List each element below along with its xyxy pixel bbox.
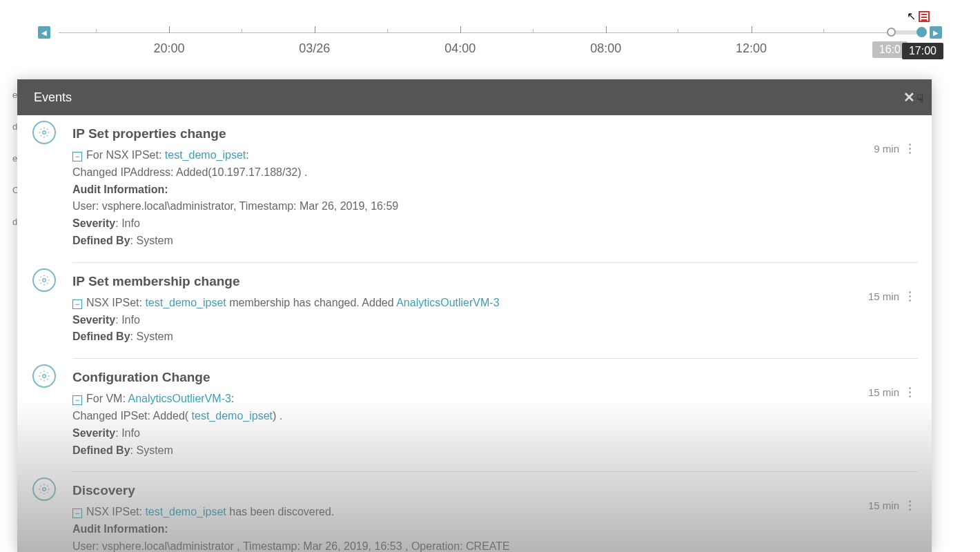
event-severity: Severity: Info — [72, 312, 856, 329]
collapse-icon[interactable]: − — [72, 395, 82, 405]
event-title: IP Set properties change — [72, 126, 856, 141]
svg-point-3 — [43, 488, 46, 491]
event-age: 15 min — [868, 290, 899, 302]
timeline-tick-label: 12:00 — [736, 41, 767, 56]
event-audit-text: User: vsphere.local\administrator, Times… — [72, 198, 856, 215]
close-icon[interactable]: ✕ — [903, 89, 915, 106]
event-defined-by: Defined By: System — [72, 442, 856, 460]
entity-link[interactable]: AnalyticsOutlierVM-3 — [128, 393, 231, 404]
event-title: IP Set membership change — [72, 274, 856, 289]
event-detail-line: −For VM: AnalyticsOutlierVM-3: — [72, 391, 856, 408]
timeline-track[interactable] — [59, 32, 921, 33]
timeline[interactable]: ◀ ▶ 20:00 03/26 04:00 08:00 12:00 16:0 1… — [38, 21, 942, 69]
event-detail-line: Changed IPSet: Added( test_demo_ipset) . — [72, 408, 856, 425]
more-menu-icon[interactable] — [909, 500, 911, 511]
timeline-tick-label: 08:00 — [590, 41, 621, 56]
events-panel: Events ✕ ☟ IP Set properties change −For… — [17, 79, 932, 552]
event-age: 15 min — [868, 500, 899, 511]
events-list[interactable]: IP Set properties change −For NSX IPSet:… — [17, 115, 932, 552]
entity-link[interactable]: test_demo_ipset — [145, 506, 226, 518]
event-item: IP Set membership change −NSX IPSet: tes… — [72, 263, 918, 359]
panel-header: Events ✕ ☟ — [17, 79, 932, 115]
cursor-icon: ↖ — [907, 10, 916, 23]
event-age: 9 min — [874, 143, 899, 155]
timeline-tick-label: 04:00 — [444, 41, 476, 56]
event-audit-text: User: vsphere.local\administrator , Time… — [72, 538, 856, 552]
timeline-tick-label: 03/26 — [299, 41, 330, 56]
timeline-range-start-handle[interactable] — [887, 28, 896, 37]
event-age: 15 min — [868, 386, 899, 398]
event-severity: Severity: Info — [72, 215, 856, 233]
timeline-end-badge: 17:00 — [902, 43, 943, 59]
event-title: Discovery — [72, 483, 856, 498]
event-detail-line: −NSX IPSet: test_demo_ipset has been dis… — [72, 504, 856, 521]
collapse-icon[interactable]: − — [72, 299, 82, 309]
entity-link[interactable]: test_demo_ipset — [165, 149, 246, 161]
gear-circle-icon — [32, 364, 56, 388]
more-menu-icon[interactable] — [909, 144, 911, 154]
svg-point-2 — [43, 375, 46, 378]
event-detail-line: Changed IPAddress: Added(10.197.17.188/3… — [72, 164, 856, 181]
more-menu-icon[interactable] — [909, 291, 911, 302]
event-item: IP Set properties change −For NSX IPSet:… — [72, 115, 918, 263]
event-detail-line: −For NSX IPSet: test_demo_ipset: — [72, 147, 856, 164]
gear-circle-icon — [32, 121, 56, 144]
gear-circle-icon — [32, 477, 56, 501]
entity-link[interactable]: test_demo_ipset — [145, 297, 226, 308]
more-menu-icon[interactable] — [909, 387, 911, 397]
event-title: Configuration Change — [72, 370, 856, 385]
event-item: Configuration Change −For VM: AnalyticsO… — [72, 359, 918, 472]
entity-link[interactable]: test_demo_ipset — [192, 410, 273, 422]
entity-link[interactable]: AnalyticsOutlierVM-3 — [396, 297, 499, 308]
timeline-prev-button[interactable]: ◀ — [38, 26, 50, 39]
event-item: Discovery −NSX IPSet: test_demo_ipset ha… — [72, 472, 918, 552]
hand-cursor-icon: ☟ — [917, 92, 923, 106]
collapse-icon[interactable]: − — [72, 152, 82, 161]
list-icon[interactable] — [919, 11, 930, 22]
event-audit-label: Audit Information: — [72, 181, 856, 199]
timeline-range-end-handle[interactable] — [917, 27, 927, 37]
panel-title: Events — [34, 90, 72, 105]
event-detail-line: −NSX IPSet: test_demo_ipset membership h… — [72, 295, 856, 312]
svg-point-1 — [43, 279, 46, 282]
event-defined-by: Defined By: System — [72, 328, 856, 346]
event-audit-label: Audit Information: — [72, 521, 856, 538]
gear-circle-icon — [32, 268, 56, 292]
timeline-tick-label: 20:00 — [153, 41, 184, 56]
collapse-icon[interactable]: − — [72, 509, 82, 518]
timeline-next-button[interactable]: ▶ — [930, 26, 942, 39]
event-severity: Severity: Info — [72, 425, 856, 442]
event-defined-by: Defined By: System — [72, 233, 856, 250]
svg-point-0 — [43, 131, 46, 135]
